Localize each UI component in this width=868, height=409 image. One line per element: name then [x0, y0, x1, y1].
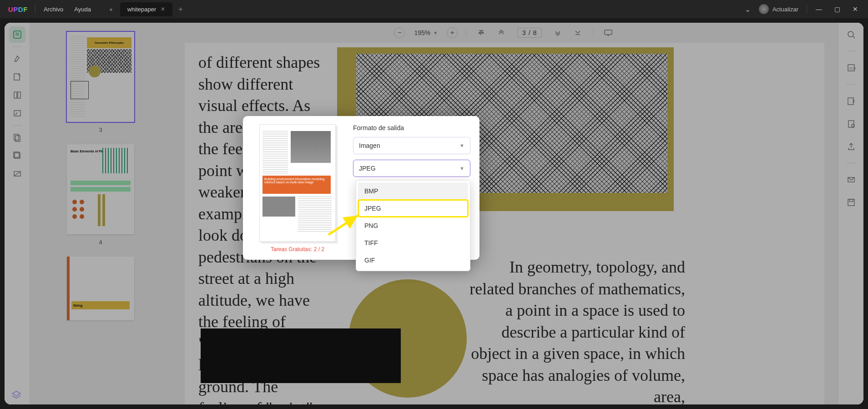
minimize-button[interactable]: ― [810, 2, 828, 16]
app-logo: UPDF [8, 5, 28, 13]
dropdown-item-png[interactable]: PNG [358, 217, 468, 234]
preview-band-text: Building environment information modelin… [262, 176, 331, 194]
dropdown-item-gif[interactable]: GIF [358, 252, 468, 269]
new-tab-button[interactable]: ＋ [177, 5, 184, 14]
filetype-select-value: JPEG [359, 165, 376, 172]
titlebar: UPDF Archivo Ayuda ● whitepaper ✕ ＋ ⌄ Ac… [0, 0, 868, 18]
maximize-button[interactable]: ▢ [828, 2, 846, 16]
tab-blank[interactable]: ● [102, 2, 120, 16]
chevron-down-icon: ▼ [459, 166, 464, 171]
menu-help[interactable]: Ayuda [74, 6, 91, 13]
annotation-arrow [328, 213, 364, 236]
filetype-select[interactable]: JPEG ▼ [353, 160, 470, 177]
format-select-value: Imagen [359, 142, 380, 149]
export-preview: Building environment information modelin… [259, 124, 336, 242]
dropdown-item-tiff[interactable]: TIFF [358, 234, 468, 252]
tab-label: whitepaper [127, 6, 156, 13]
menu-file[interactable]: Archivo [44, 6, 63, 13]
chevron-down-icon: ▼ [459, 143, 464, 148]
dropdown-item-jpeg[interactable]: JPEG [358, 200, 468, 217]
account-area[interactable]: Actualizar [759, 4, 798, 14]
dropdown-item-bmp[interactable]: BMP [358, 182, 468, 200]
close-button[interactable]: ✕ [846, 2, 864, 16]
free-tasks-label: Tareas Gratuitas: 2 / 2 [271, 246, 324, 252]
svg-line-25 [328, 216, 358, 235]
output-format-label: Formato de salida [353, 124, 470, 131]
avatar [759, 4, 769, 14]
tabs-dropdown-icon[interactable]: ⌄ [745, 5, 751, 14]
tab-bar: ● whitepaper ✕ ＋ [102, 2, 184, 16]
filetype-dropdown: BMP JPEG PNG TIFF GIF [356, 180, 470, 271]
close-tab-icon[interactable]: ✕ [161, 6, 165, 12]
format-select[interactable]: Imagen ▼ [353, 137, 470, 154]
tab-whitepaper[interactable]: whitepaper ✕ [120, 2, 173, 16]
upgrade-label: Actualizar [772, 6, 798, 13]
